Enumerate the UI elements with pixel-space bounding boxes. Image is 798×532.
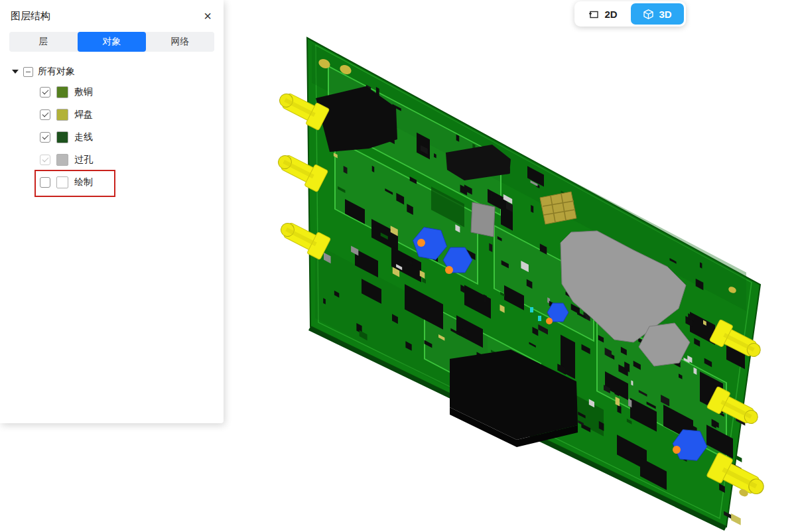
tree-root-label: 所有对象 [38,66,75,78]
component-khaki-grid [540,192,576,224]
tree-item-draw: 绘制 [40,171,97,194]
tree-item-copper: 敷铜 [40,81,97,103]
tree-root-row: 所有对象 [12,62,224,81]
orange-dot [673,446,681,454]
swatch-pad[interactable] [56,109,68,121]
layer-structure-panel: 图层结构 × 层 对象 网络 所有对象 敷铜 焊盘 走线 [0,0,224,423]
swatch-draw[interactable] [56,176,68,188]
swatch-trace[interactable] [56,131,68,143]
tab-object[interactable]: 对象 [78,32,146,52]
label-copper: 敷铜 [74,86,93,98]
collapse-minus-icon[interactable] [23,67,33,77]
checkbox-trace[interactable] [40,132,50,143]
tab-layer[interactable]: 层 [9,32,78,52]
tree-item-trace: 走线 [40,126,97,149]
swatch-copper[interactable] [56,86,68,98]
orange-dot [445,266,453,274]
view-mode-toggle: 2D 3D [574,1,686,27]
label-pad: 焊盘 [74,109,93,121]
checkbox-copper[interactable] [40,87,50,98]
cube-3d-icon [643,9,654,20]
close-icon[interactable]: × [204,9,212,23]
orange-dot [417,239,425,247]
caret-down-icon[interactable] [12,70,19,74]
board-2d-icon [588,9,600,20]
panel-header: 图层结构 × [0,0,224,29]
view-2d-button[interactable]: 2D [576,3,630,25]
panel-tabs: 层 对象 网络 [9,32,214,52]
orange-dot [546,318,553,324]
view-2d-label: 2D [604,9,617,20]
panel-title: 图层结构 [11,10,50,23]
object-tree: 所有对象 敷铜 焊盘 走线 过孔 绘制 [0,62,224,194]
checkbox-pad[interactable] [40,109,50,120]
view-3d-label: 3D [659,9,671,20]
label-trace: 走线 [74,131,93,143]
tree-item-via: 过孔 [40,149,97,171]
checkbox-draw[interactable] [40,177,50,188]
label-via: 过孔 [74,154,93,166]
label-draw: 绘制 [74,176,93,188]
checkbox-via[interactable] [40,155,50,165]
pcb-board [273,38,769,532]
view-3d-button[interactable]: 3D [631,3,684,25]
tree-item-pad: 焊盘 [40,103,97,126]
component-gray-small [471,202,495,237]
tab-network[interactable]: 网络 [146,32,214,52]
swatch-via[interactable] [56,154,68,166]
